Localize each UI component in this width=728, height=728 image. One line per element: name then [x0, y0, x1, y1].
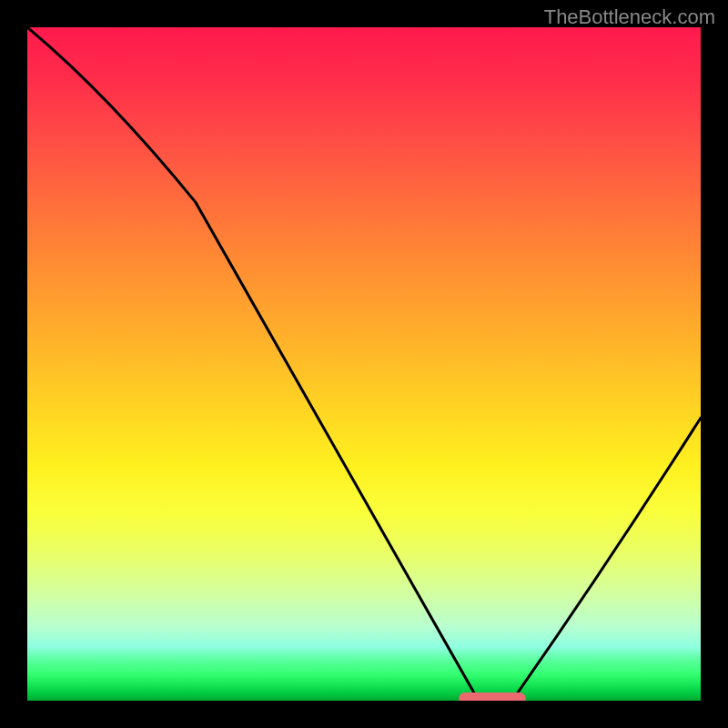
- curve-path: [27, 27, 701, 701]
- curve-svg: [27, 27, 701, 701]
- watermark-text: TheBottleneck.com: [544, 5, 715, 29]
- plot-area: [27, 27, 701, 701]
- optimal-range-marker: [459, 693, 526, 701]
